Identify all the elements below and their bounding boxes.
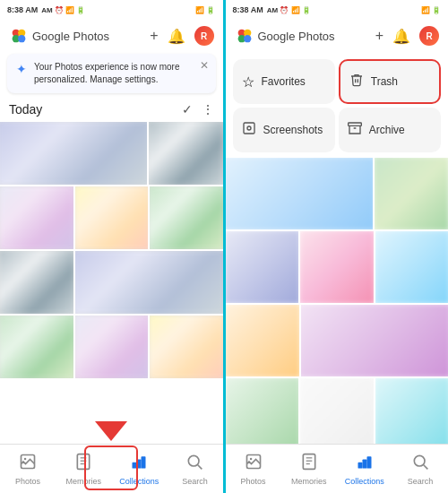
svg-rect-31 [366,456,371,468]
photo-cell-10[interactable] [150,316,223,378]
right-photo-8[interactable] [226,378,299,444]
right-photo-row-3 [226,305,449,376]
nav-item-photos-right[interactable]: Photos [226,445,281,493]
header-actions-left: + 🔔 R [150,26,213,46]
collections-nav-label-right: Collections [345,477,384,486]
collections-nav-icon-left [130,453,148,475]
avatar-right[interactable]: R [419,26,439,46]
notif-icon: ✦ [16,62,27,76]
favorites-icon: ☆ [242,74,254,91]
header-actions-right: + 🔔 R [375,26,439,46]
nav-item-search-left[interactable]: Search [167,445,222,493]
memories-nav-label-right: Memories [291,477,327,486]
search-nav-icon-left [185,453,203,475]
trash-label: Trash [371,75,398,88]
right-photo-10[interactable] [375,378,449,444]
status-bar-left: 8:38 AM AM ⏰ 📶 🔋 📶 🔋 [0,0,223,18]
header-right: Google Photos + 🔔 R [226,18,449,54]
status-right-left: 📶 🔋 [195,6,215,14]
right-photo-2[interactable] [375,158,448,229]
status-time-right: 8:38 AM AM ⏰ 📶 🔋 [233,5,311,14]
bell-button-left[interactable]: 🔔 [168,28,185,45]
svg-rect-12 [142,456,146,468]
right-photo-5[interactable] [375,231,449,303]
memories-nav-icon-left [74,453,92,475]
right-photo-row-2 [226,231,449,303]
nav-item-search-right[interactable]: Search [392,445,448,493]
photo-row-4 [0,316,223,378]
right-photo-row-1 [226,158,449,229]
search-nav-label-left: Search [182,477,208,486]
section-title-today: Today [9,102,42,117]
right-photo-4[interactable] [300,231,374,303]
right-photo-7[interactable] [301,305,448,376]
nav-item-collections-right[interactable]: Collections [337,445,392,493]
notif-close-button[interactable]: ✕ [200,59,209,72]
arrow-down-shape [95,421,127,441]
right-photo-6[interactable] [226,305,299,376]
add-button-left[interactable]: + [150,28,158,44]
search-nav-label-right: Search [408,477,434,486]
nav-item-memories-left[interactable]: Memories [56,445,111,493]
svg-line-14 [198,464,202,469]
status-time-left: 8:38 AM AM ⏰ 📶 🔋 [7,5,85,14]
logo-right: Google Photos [235,26,335,46]
photo-cell-2[interactable] [149,122,222,185]
status-right-right: 📶 🔋 [421,6,441,14]
add-button-right[interactable]: + [375,28,383,44]
nav-item-photos-left[interactable]: Photos [0,445,56,493]
photo-cell-6[interactable] [0,251,73,314]
photos-nav-label-left: Photos [15,477,40,486]
collection-trash[interactable]: Trash [339,59,441,104]
screenshots-icon [242,121,256,139]
trash-icon [349,73,364,91]
left-panel: 8:38 AM AM ⏰ 📶 🔋 📶 🔋 Google Photos + 🔔 R… [0,0,223,493]
bell-button-right[interactable]: 🔔 [392,28,410,45]
logo-left: Google Photos [9,26,109,46]
svg-rect-19 [244,123,254,134]
svg-point-5 [24,457,26,459]
logo-icon-right [235,26,254,46]
photo-cell-5[interactable] [150,186,223,249]
svg-rect-6 [78,454,90,469]
photos-nav-icon-right [245,453,263,475]
screenshots-label: Screenshots [263,124,323,136]
collection-screenshots[interactable]: Screenshots [233,108,335,152]
avatar-left[interactable]: R [194,26,214,46]
time-left: 8:38 AM [7,5,38,14]
nav-item-collections-left[interactable]: Collections [111,445,167,493]
collection-favorites[interactable]: ☆ Favorites [233,59,335,104]
memories-nav-label-left: Memories [65,477,101,486]
notification-banner: ✦ Your Photos experience is now more per… [7,54,216,93]
bottom-nav-right: Photos Memories Collections Search [226,444,449,493]
right-photo-1[interactable] [226,158,373,229]
photo-cell-1[interactable] [0,122,147,185]
check-icon[interactable]: ✓ [182,102,193,117]
signal-wifi-left: 📶 🔋 [195,6,215,14]
photo-cell-8[interactable] [0,316,73,378]
nav-item-memories-right[interactable]: Memories [281,445,337,493]
search-nav-icon-right [411,453,429,475]
section-actions: ✓ ⋮ [182,102,214,117]
photo-cell-4[interactable] [75,186,149,249]
photos-nav-label-right: Photos [241,477,266,486]
right-photo-9[interactable] [300,378,374,444]
svg-rect-21 [348,123,361,125]
photo-cell-3[interactable] [0,186,73,249]
archive-icon [348,121,362,139]
photo-cell-9[interactable] [75,316,149,378]
svg-point-3 [18,35,25,42]
right-photo-3[interactable] [226,231,299,303]
svg-rect-29 [358,462,362,468]
more-icon[interactable]: ⋮ [202,102,214,117]
signal-wifi-right: 📶 🔋 [421,6,441,14]
logo-text-right: Google Photos [258,30,335,43]
svg-rect-30 [362,459,366,468]
photo-cell-7[interactable] [75,251,222,314]
svg-point-20 [247,126,251,130]
section-header-left: Today ✓ ⋮ [0,99,223,120]
collections-grid: ☆ Favorites Trash Screenshots [226,54,449,158]
svg-point-13 [189,455,200,466]
collection-archive[interactable]: Archive [339,108,441,152]
svg-point-32 [414,455,425,466]
